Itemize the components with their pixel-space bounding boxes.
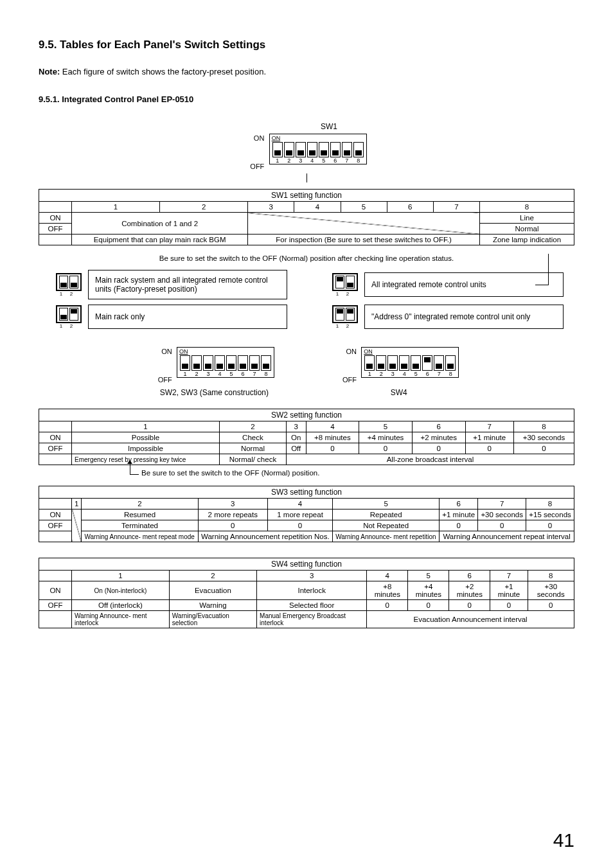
subsection-heading: 9.5.1. Integrated Control Panel EP-0510 bbox=[39, 94, 574, 104]
c: +8 minutes bbox=[367, 581, 408, 600]
sw1-diag bbox=[248, 213, 480, 235]
dip-switch-1 bbox=[364, 355, 375, 371]
page: 9.5. Tables for Each Panel's Switch Sett… bbox=[0, 0, 613, 868]
sw1-inspection: For inspection (Be sure to set these swi… bbox=[248, 235, 480, 245]
sw2-col1: 1 bbox=[72, 421, 220, 432]
dip-switch-1 bbox=[272, 142, 283, 157]
dip-off-label-3: OFF bbox=[339, 376, 359, 384]
dip-switch-2 bbox=[284, 142, 294, 157]
dip-off-label-2: OFF bbox=[154, 376, 175, 384]
c: Off (interlock) bbox=[72, 600, 170, 611]
sw4-on: ON bbox=[39, 581, 72, 600]
sw2-col6: 6 bbox=[412, 421, 465, 432]
sw2-foot-text: Be sure to set the switch to the OFF (No… bbox=[141, 469, 319, 477]
sw2-footnote: Be sure to set the switch to the OFF (No… bbox=[141, 469, 574, 477]
c: +1 minute bbox=[465, 432, 513, 443]
sw2-off: OFF bbox=[39, 443, 72, 454]
sw4-caption: SW4 bbox=[339, 388, 459, 397]
note-text: Each figure of switch shows the factory-… bbox=[60, 67, 266, 76]
c: Possible bbox=[72, 432, 220, 443]
c: Impossible bbox=[72, 443, 220, 454]
c: +30 seconds bbox=[528, 581, 574, 600]
on-label: ON bbox=[39, 213, 72, 224]
dip-switch-3 bbox=[296, 142, 306, 157]
dip-inner-on: ON bbox=[272, 136, 364, 141]
sw3-desc34: Warning Announcement repetition Nos. bbox=[198, 531, 333, 542]
col-3: 3 bbox=[248, 202, 294, 213]
col-2: 2 bbox=[160, 202, 248, 213]
c: 8 bbox=[528, 571, 574, 581]
c: 0 bbox=[412, 443, 465, 454]
sw1-equip: Equipment that can play main rack BGM bbox=[72, 235, 248, 245]
dip-on-label-2: ON bbox=[154, 348, 175, 355]
dip-switch-3 bbox=[387, 355, 398, 371]
c: Normal bbox=[219, 443, 286, 454]
sw4-title: SW4 setting function bbox=[39, 558, 574, 571]
dip-body: ON 12345678 bbox=[269, 134, 367, 164]
mini-row-2: 12 Main rack only 12 "Address 0" integra… bbox=[49, 305, 564, 329]
col-8: 8 bbox=[479, 202, 574, 213]
col-7: 7 bbox=[433, 202, 479, 213]
dip-inner-on-3: ON bbox=[364, 349, 456, 355]
sw2-col8: 8 bbox=[513, 421, 574, 432]
mini-dip-2a: 12 bbox=[56, 305, 82, 329]
sw3-diag bbox=[72, 509, 82, 542]
dip-switch-4 bbox=[307, 142, 317, 157]
sw3-table: SW3 setting function 12345678 ON Resumed… bbox=[39, 486, 574, 542]
sw3-desc678: Warning Announcement repeat interval bbox=[440, 531, 574, 542]
note-label: Note: bbox=[39, 67, 60, 76]
dip-switch-1 bbox=[180, 355, 190, 371]
c: 0 bbox=[198, 520, 267, 531]
sw3-off: OFF bbox=[39, 520, 72, 531]
dip-on-label-3: ON bbox=[339, 348, 359, 355]
c: 1 bbox=[72, 499, 82, 509]
sw1-table-title: SW1 setting function bbox=[39, 190, 574, 202]
sw1-normal: Normal bbox=[479, 224, 574, 235]
sw23-dip: ON ON 12345678 OFF SW2, SW3 (Same constr… bbox=[154, 347, 274, 397]
sw2-on: ON bbox=[39, 432, 72, 443]
sw3-on: ON bbox=[39, 509, 72, 520]
c: 0 bbox=[306, 443, 359, 454]
c: Interlock bbox=[257, 581, 367, 600]
c: 0 bbox=[367, 600, 408, 611]
c: 6 bbox=[449, 571, 490, 581]
mini-dip-1b: 12 bbox=[332, 273, 358, 297]
mini-row-1: 12 Main rack system and all integrated r… bbox=[49, 270, 564, 299]
c: 0 bbox=[408, 600, 449, 611]
c: +30 seconds bbox=[478, 509, 526, 520]
sw1-title: SW1 bbox=[39, 122, 574, 131]
sw2-desc1: Emergency reset by pressing key twice bbox=[72, 454, 220, 465]
dip-switch-6 bbox=[238, 355, 248, 371]
dip-switch-8 bbox=[445, 355, 456, 371]
c: 0 bbox=[449, 600, 490, 611]
c: 2 bbox=[169, 571, 256, 581]
c: Warning bbox=[169, 600, 256, 611]
sw1-note: Be sure to set the switch to the OFF (No… bbox=[39, 254, 574, 262]
c: 7 bbox=[490, 571, 528, 581]
col-1: 1 bbox=[72, 202, 160, 213]
dip-switch-4 bbox=[215, 355, 225, 371]
dip-switch-3 bbox=[203, 355, 213, 371]
c: +4 minutes bbox=[408, 581, 449, 600]
c: 0 bbox=[440, 520, 478, 531]
dip-switch-4 bbox=[399, 355, 409, 371]
c: 7 bbox=[478, 499, 526, 509]
page-number: 41 bbox=[553, 829, 574, 851]
sw4-desc3: Manual Emergency Broadcast interlock bbox=[257, 611, 367, 628]
c: 0 bbox=[359, 443, 413, 454]
c: 4 bbox=[267, 499, 332, 509]
sw3-title: SW3 setting function bbox=[39, 486, 574, 499]
col-5: 5 bbox=[341, 202, 387, 213]
dip-switch-7 bbox=[342, 142, 352, 157]
mini-dip-2b: 12 bbox=[332, 305, 358, 329]
dip-switch-6 bbox=[330, 142, 341, 157]
sw2-col5: 5 bbox=[359, 421, 413, 432]
sw23-caption: SW2, SW3 (Same construction) bbox=[154, 388, 274, 397]
c: +4 minutes bbox=[359, 432, 413, 443]
c: 0 bbox=[267, 520, 332, 531]
blank2 bbox=[39, 235, 72, 245]
c: Check bbox=[219, 432, 286, 443]
c: On (Non-interlock) bbox=[72, 581, 170, 600]
dip-switch-6 bbox=[422, 355, 432, 371]
sw1-mini-rows: 12 Main rack system and all integrated r… bbox=[49, 270, 564, 329]
